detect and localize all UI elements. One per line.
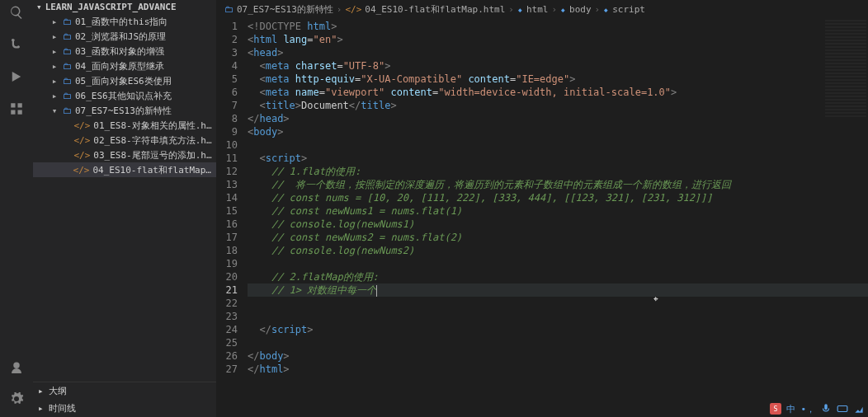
- code-line[interactable]: [248, 336, 868, 349]
- folder-item[interactable]: ▸🗀01_函数中的this指向: [33, 14, 216, 29]
- code-line[interactable]: // const newNums2 = nums.flat(2): [248, 231, 868, 244]
- project-header[interactable]: ▾ LEARN_JAVASCRIPT_ADVANCE: [33, 0, 216, 14]
- editor-area: 🗀07_ES7~ES13的新特性›</>04_ES10-flat和flatMap…: [216, 0, 868, 417]
- code-line[interactable]: <meta charset="UTF-8">: [248, 59, 868, 73]
- code-line[interactable]: </body>: [248, 349, 868, 363]
- code-line[interactable]: <head>: [248, 46, 868, 59]
- code-line[interactable]: <body>: [248, 125, 868, 138]
- line-number: 19: [216, 257, 238, 270]
- code-line[interactable]: // console.log(newNums1): [248, 218, 868, 231]
- folder-icon: 🗀: [63, 31, 72, 42]
- item-label: 04_ES10-flat和flatMap.html: [92, 164, 216, 176]
- line-number: 23: [216, 310, 238, 323]
- code-line[interactable]: // const nums = [10, 20, [111, 222], [33…: [248, 191, 868, 204]
- code-line[interactable]: <html lang="en">: [248, 33, 868, 46]
- code-line[interactable]: // 1> 对数组中每一个: [248, 283, 868, 297]
- file-item[interactable]: </>02_ES8-字符串填充方法.html: [33, 133, 216, 148]
- account-icon[interactable]: [9, 361, 24, 378]
- folder-icon: 🗀: [224, 4, 234, 15]
- line-number: 18: [216, 244, 238, 257]
- chevron-right-icon: ▸: [50, 61, 59, 72]
- ime-lang-indicator[interactable]: 中: [786, 403, 795, 415]
- line-number: 1: [216, 20, 238, 33]
- run-debug-icon[interactable]: [9, 69, 24, 87]
- code-line[interactable]: <script>: [248, 152, 868, 165]
- line-number: 25: [216, 336, 238, 349]
- line-number: 6: [216, 86, 238, 99]
- code-line[interactable]: // console.log(newNums2): [248, 244, 868, 257]
- line-number: 2: [216, 33, 238, 46]
- item-label: 02_浏览器和JS的原理: [75, 30, 166, 43]
- line-number: 13: [216, 178, 238, 191]
- chevron-right-icon: ▸: [50, 31, 59, 42]
- line-number: 3: [216, 46, 238, 59]
- line-number: 5: [216, 73, 238, 86]
- code-editor[interactable]: 1234567891011121314151617181920212223242…: [216, 18, 868, 417]
- breadcrumb-label: script: [612, 4, 645, 15]
- breadcrumb-separator-icon: ›: [337, 4, 342, 15]
- code-line[interactable]: [248, 257, 868, 270]
- line-number: 16: [216, 218, 238, 231]
- folder-item[interactable]: ▸🗀05_面向对象ES6类使用: [33, 73, 216, 88]
- sidebar-panel-header[interactable]: ▸时间线: [33, 400, 216, 417]
- breadcrumb-label: body: [569, 4, 592, 15]
- code-line[interactable]: <!DOCTYPE html>: [248, 20, 868, 33]
- file-item[interactable]: </>01_ES8-对象相关的属性.html: [33, 118, 216, 133]
- sidebar-panel-header[interactable]: ▸大纲: [33, 382, 216, 400]
- code-line[interactable]: // 将一个数组，按照制定的深度遍历，将遍历到的元素和子数组中的元素组成一个新的…: [248, 178, 868, 191]
- code-line[interactable]: </head>: [248, 112, 868, 125]
- code-line[interactable]: <meta http-equiv="X-UA-Compatible" conte…: [248, 73, 868, 86]
- code-content[interactable]: <!DOCTYPE html><html lang="en"><head> <m…: [248, 18, 868, 417]
- code-line[interactable]: [248, 138, 868, 152]
- folder-item[interactable]: ▸🗀02_浏览器和JS的原理: [33, 29, 216, 44]
- file-item[interactable]: </>04_ES10-flat和flatMap.html: [33, 162, 216, 177]
- breadcrumb-item[interactable]: ⬥body: [560, 4, 592, 15]
- folder-item[interactable]: ▸🗀06_ES6其他知识点补充: [33, 88, 216, 103]
- minimap[interactable]: [825, 20, 866, 119]
- folder-item[interactable]: ▸🗀03_函数和对象的增强: [33, 44, 216, 59]
- breadcrumb-item[interactable]: </>04_ES10-flat和flatMap.html: [345, 3, 505, 16]
- line-number: 9: [216, 125, 238, 138]
- settings-gear-icon[interactable]: [9, 391, 24, 409]
- panel-label: 时间线: [49, 402, 76, 415]
- code-line[interactable]: [248, 310, 868, 323]
- folder-item[interactable]: ▾🗀07_ES7~ES13的新特性: [33, 103, 216, 118]
- item-label: 04_面向对象原型继承: [75, 60, 164, 73]
- ime-mic-icon[interactable]: [820, 403, 832, 415]
- chevron-right-icon: ▸: [50, 46, 59, 57]
- chevron-down-icon: ▾: [50, 105, 59, 116]
- item-label: 01_函数中的this指向: [75, 16, 167, 28]
- sogou-ime-icon[interactable]: S: [770, 403, 781, 415]
- item-label: 07_ES7~ES13的新特性: [75, 105, 172, 117]
- code-line[interactable]: </script>: [248, 323, 868, 336]
- chevron-down-icon: ▾: [36, 2, 42, 12]
- line-number: 14: [216, 191, 238, 204]
- code-line[interactable]: [248, 297, 868, 310]
- breadcrumb-label: 04_ES10-flat和flatMap.html: [365, 3, 505, 16]
- breadcrumb-item[interactable]: 🗀07_ES7~ES13的新特性: [224, 3, 333, 16]
- item-label: 02_ES8-字符串填充方法.html: [93, 134, 216, 147]
- ime-keyboard-icon[interactable]: [837, 403, 848, 415]
- item-label: 03_ES8-尾部逗号的添加.html: [93, 149, 216, 162]
- tag-icon: ⬥: [517, 4, 523, 15]
- code-line[interactable]: // 2.flatMap的使用:: [248, 270, 868, 283]
- folder-item[interactable]: ▸🗀04_面向对象原型继承: [33, 59, 216, 73]
- code-line[interactable]: </html>: [248, 363, 868, 376]
- source-control-icon[interactable]: [9, 37, 24, 54]
- breadcrumb-item[interactable]: ⬥html: [517, 4, 549, 15]
- ime-punct-indicator[interactable]: •，: [800, 403, 815, 415]
- line-number: 4: [216, 59, 238, 73]
- code-line[interactable]: // 1.flat的使用:: [248, 165, 868, 178]
- code-line[interactable]: <title>Document</title>: [248, 99, 868, 112]
- extensions-icon[interactable]: [9, 101, 24, 119]
- search-icon[interactable]: [9, 5, 24, 22]
- code-line[interactable]: // const newNums1 = nums.flat(1): [248, 204, 868, 218]
- folder-icon: 🗀: [63, 61, 72, 72]
- breadcrumb-label: html: [526, 4, 549, 15]
- breadcrumb[interactable]: 🗀07_ES7~ES13的新特性›</>04_ES10-flat和flatMap…: [216, 0, 868, 18]
- code-line[interactable]: <meta name="viewport" content="width=dev…: [248, 86, 868, 99]
- ime-tool-icon[interactable]: [853, 403, 865, 415]
- html-file-icon: </>: [73, 150, 90, 161]
- breadcrumb-item[interactable]: ⬥script: [603, 4, 645, 15]
- file-item[interactable]: </>03_ES8-尾部逗号的添加.html: [33, 148, 216, 162]
